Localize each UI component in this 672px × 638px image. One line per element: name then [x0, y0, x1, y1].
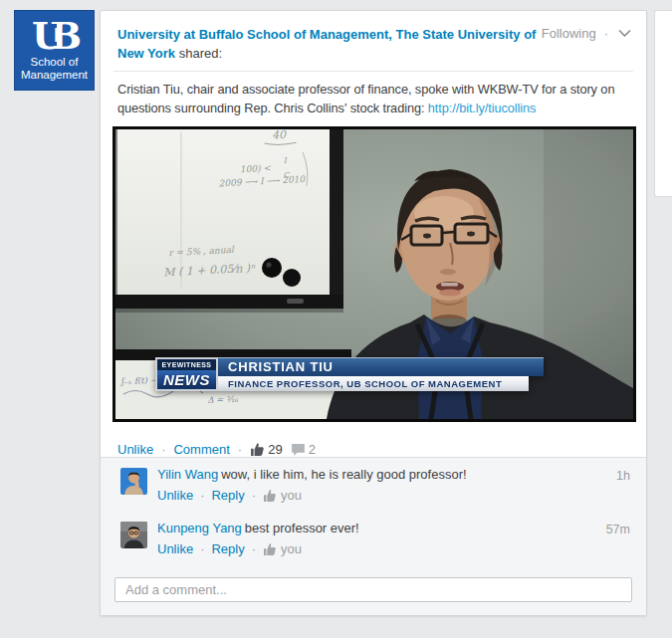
comment-action-row: Unlike · Reply · you [157, 541, 630, 556]
speaker-title: FINANCE PROFESSOR, UB SCHOOL OF MANAGEME… [218, 376, 529, 391]
video-thumbnail[interactable]: 40 100) < I C 2009 ⟶ I ⟶ 2010 r = 5% , a… [112, 126, 636, 422]
post-menu-button[interactable] [616, 28, 633, 40]
board-note: 100) < [240, 163, 272, 175]
comment-reply-button[interactable]: Reply [211, 488, 244, 503]
comment-unlike-button[interactable]: Unlike [157, 541, 193, 556]
commenter-avatar[interactable] [120, 522, 147, 548]
post-author-line: University at Buffalo School of Manageme… [117, 25, 556, 63]
comment-timestamp: 57m [606, 523, 630, 536]
thumbs-up-icon [263, 542, 277, 556]
comment-text: wow, i like him, he is really good profe… [221, 467, 466, 482]
station-name-top: EYEWITNESS [157, 359, 216, 370]
follow-cluster: Following · [542, 26, 633, 41]
comment-text-line: Yilin Wangwow, i like him, he is really … [157, 466, 630, 484]
lower-third-bars: CHRISTIAN TIU FINANCE PROFESSOR, UB SCHO… [218, 357, 544, 391]
post-action-bar: Unlike · Comment · 29 2 [101, 432, 646, 457]
speaker-name: CHRISTIAN TIU [218, 357, 544, 376]
station-name-bottom: NEWS [157, 370, 216, 389]
svg-text:B: B [50, 16, 82, 56]
comment-row: Kunpeng Yangbest professor ever! 57m Unl… [120, 520, 630, 565]
adjacent-card-edge [654, 10, 672, 197]
separator-dot: · [238, 442, 242, 457]
post-header: University at Buffalo School of Manageme… [101, 11, 646, 71]
shared-label: shared: [179, 46, 222, 61]
avatar-photo-icon [120, 522, 147, 548]
station-logo: EYEWITNESS NEWS [155, 357, 218, 391]
separator-dot: · [200, 488, 204, 503]
comment-bubble-icon [291, 443, 306, 457]
board-note: Δ = ¹⁄₁₆ [207, 394, 238, 405]
comment-text: best professor ever! [245, 521, 359, 535]
feed-post-card: University at Buffalo School of Manageme… [100, 10, 647, 616]
comment-count-group[interactable]: 2 [291, 442, 316, 457]
comment-text-line: Kunpeng Yangbest professor ever! [157, 520, 630, 537]
board-note: 40 [272, 129, 288, 142]
ub-monogram-icon: U B [20, 16, 90, 56]
following-button[interactable]: Following [542, 26, 596, 41]
comment-unlike-button[interactable]: Unlike [157, 488, 193, 503]
liked-by-you-label: you [281, 488, 302, 503]
post-body-text: Cristian Tiu, chair and associate profes… [101, 72, 646, 117]
comment-timestamp: 1h [616, 469, 630, 483]
news-lower-third: EYEWITNESS NEWS CHRISTIAN TIU FINANCE PR… [155, 357, 544, 391]
chevron-down-icon [618, 30, 631, 38]
comment-count: 2 [309, 442, 316, 457]
logo-line-1: School of [31, 56, 79, 69]
separator-dot: · [200, 541, 204, 556]
separator-dot: · [252, 541, 256, 556]
thumbs-up-icon [250, 442, 265, 457]
commenter-avatar[interactable] [120, 468, 147, 495]
like-count: 29 [268, 442, 282, 457]
separator-dot: · [252, 488, 256, 503]
logo-line-2: Management [21, 69, 88, 82]
post-link[interactable]: http://bit.ly/tiucollins [428, 101, 537, 115]
unlike-button[interactable]: Unlike [117, 442, 153, 457]
liked-by-you-label: you [281, 541, 302, 556]
comment-action-row: Unlike · Reply · you [157, 488, 630, 503]
separator-dot: · [161, 442, 165, 457]
separator-dot: · [604, 26, 608, 41]
author-logo[interactable]: U B School of Management [14, 10, 95, 91]
like-count-group[interactable]: 29 [250, 442, 282, 457]
add-comment-input[interactable] [114, 577, 632, 602]
post-text: Cristian Tiu, chair and associate profes… [117, 82, 614, 115]
comments-section: Yilin Wangwow, i like him, he is really … [101, 457, 646, 615]
comment-reply-button[interactable]: Reply [211, 541, 244, 556]
avatar-photo-icon [120, 468, 147, 495]
comment-button[interactable]: Comment [173, 442, 229, 457]
comment-row: Yilin Wangwow, i like him, he is really … [120, 466, 630, 512]
thumbs-up-icon [263, 489, 277, 503]
commenter-name-link[interactable]: Yilin Wang [157, 467, 218, 482]
commenter-name-link[interactable]: Kunpeng Yang [157, 521, 242, 535]
